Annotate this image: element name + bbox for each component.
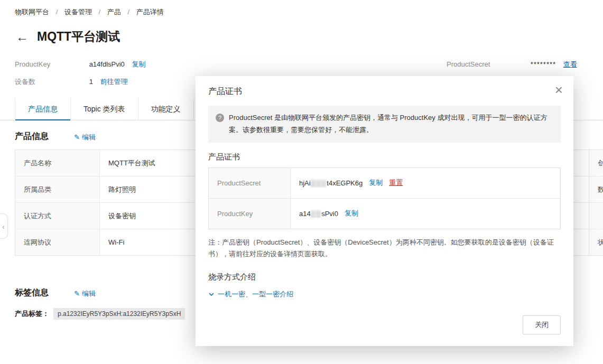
product-certificate-modal: 产品证书 × ? ProductSecret 是由物联网平台颁发的产品密钥，通常…: [196, 76, 573, 346]
breadcrumb-item-platform[interactable]: 物联网平台: [15, 8, 49, 16]
edit-product-info-link[interactable]: ✎编辑: [74, 133, 96, 142]
page-title: MQTT平台测试: [37, 29, 120, 45]
breadcrumb-separator: /: [56, 8, 58, 16]
product-secret-value: hjAi▒▒▒t4xEGPK6g: [299, 179, 363, 187]
device-count-row: 设备数 1 前往管理: [15, 77, 127, 87]
collapse-panel-handle[interactable]: ‹: [0, 213, 8, 239]
edit-icon: ✎: [74, 133, 80, 141]
row-label-right-partial: [589, 203, 603, 229]
modal-title: 产品证书: [196, 76, 573, 97]
breadcrumb-separator: /: [99, 8, 101, 16]
tab-product-info[interactable]: 产品信息: [15, 98, 71, 120]
row-label-right-partial: 创: [589, 150, 603, 176]
product-key-label: ProductKey: [15, 60, 87, 68]
secret-masked-part: ▒▒▒: [311, 179, 327, 187]
row-label: 认证方式: [15, 203, 100, 229]
secret-suffix: t4xEGPK6g: [327, 179, 363, 187]
product-tag-label: 产品标签：: [15, 309, 49, 319]
row-label-right-partial: 数: [589, 176, 603, 202]
breadcrumb-item-product-detail: 产品详情: [136, 8, 164, 16]
expand-intro-label: 一机一密、一型一密介绍: [218, 290, 293, 299]
product-secret-label: ProductSecret: [447, 60, 528, 68]
row-label-right-partial: 状: [589, 229, 603, 255]
copy-secret-link[interactable]: 复制: [369, 178, 383, 188]
product-secret-row: ProductSecret ******** 查看: [447, 60, 577, 69]
close-icon[interactable]: ×: [555, 83, 563, 97]
breadcrumb: 物联网平台 / 设备管理 / 产品 / 产品详情: [15, 7, 164, 17]
table-row: ProductSecret hjAi▒▒▒t4xEGPK6g 复制 重置: [209, 168, 560, 198]
back-arrow-icon[interactable]: ←: [16, 31, 29, 43]
row-label: ProductKey: [209, 199, 291, 229]
expand-intro-link[interactable]: 一机一密、一型一密介绍: [208, 290, 561, 299]
close-button[interactable]: 关闭: [523, 315, 561, 334]
certificate-section-heading: 产品证书: [208, 152, 561, 162]
edit-tag-info-link[interactable]: ✎编辑: [74, 289, 96, 298]
reset-secret-link[interactable]: 重置: [389, 178, 403, 188]
chevron-left-icon: ‹: [2, 222, 5, 231]
tab-topic-list[interactable]: Topic 类列表: [71, 98, 138, 120]
product-info-heading: 产品信息: [15, 131, 49, 142]
breadcrumb-item-product[interactable]: 产品: [107, 8, 121, 16]
page-header: ← MQTT平台测试: [16, 29, 120, 45]
device-count-label: 设备数: [15, 77, 87, 87]
table-row: ProductKey a14▒▒sPvi0 复制: [209, 198, 560, 229]
product-key-value: a14fdlsPvi0: [89, 60, 125, 68]
certificate-table: ProductSecret hjAi▒▒▒t4xEGPK6g 复制 重置 Pro…: [208, 167, 561, 229]
product-key-value: a14▒▒sPvi0: [299, 210, 338, 218]
row-label: 所属品类: [15, 176, 100, 202]
key-prefix: a14: [299, 210, 311, 218]
copy-key-link[interactable]: 复制: [345, 209, 358, 218]
device-count-value: 1: [89, 78, 93, 86]
product-tag-row: 产品标签： p.a1232IEyR5Y3pSxH:a1232IEyR5Y3pSx…: [15, 308, 185, 320]
row-label: ProductSecret: [209, 168, 291, 198]
row-label: 产品名称: [15, 150, 100, 176]
product-key-row: ProductKey a14fdlsPvi0 复制: [15, 60, 145, 69]
certificate-note: 注：产品密钥（ProductSecret）、设备密钥（DeviceSecret）…: [208, 237, 561, 261]
copy-product-key-link[interactable]: 复制: [132, 60, 145, 68]
info-banner: ? ProductSecret 是由物联网平台颁发的产品密钥，通常与 Produ…: [208, 106, 561, 143]
breadcrumb-item-device-management[interactable]: 设备管理: [64, 8, 92, 16]
view-secret-link[interactable]: 查看: [563, 60, 577, 68]
edit-icon: ✎: [74, 290, 80, 297]
question-icon: ?: [216, 114, 224, 122]
product-secret-masked-value: ********: [531, 60, 556, 68]
row-label: 连网协议: [15, 229, 100, 255]
tab-feature-definition[interactable]: 功能定义: [138, 98, 194, 120]
edit-tag-info-label: 编辑: [82, 290, 96, 297]
breadcrumb-separator: /: [127, 8, 129, 16]
key-suffix: sPvi0: [321, 210, 338, 218]
key-masked-part: ▒▒: [311, 210, 321, 218]
chevron-down-icon: [208, 291, 215, 297]
burn-method-heading: 烧录方式介绍: [208, 272, 561, 282]
secret-prefix: hjAi: [299, 179, 311, 187]
product-tag-chip: p.a1232IEyR5Y3pSxH:a1232IEyR5Y3pSxH: [53, 308, 185, 320]
info-banner-text: ProductSecret 是由物联网平台颁发的产品密钥，通常与 Product…: [229, 112, 553, 136]
tag-info-heading: 标签信息: [15, 287, 49, 298]
go-to-manage-link[interactable]: 前往管理: [100, 78, 127, 86]
edit-product-info-label: 编辑: [82, 133, 96, 141]
